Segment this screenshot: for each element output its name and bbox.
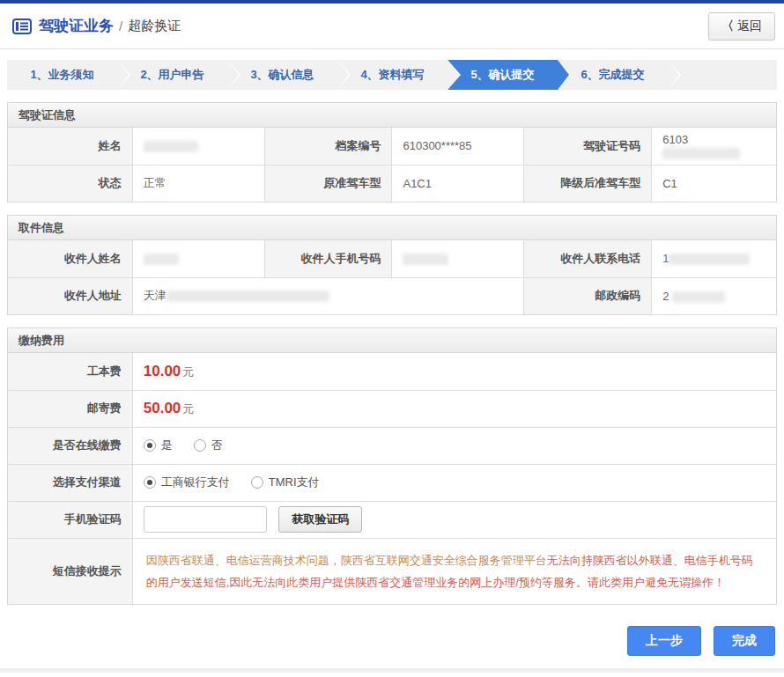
step-wizard: 1、业务须知 2、用户申告 3、确认信息 4、资料填写 5、确认提交 6、完成提…	[7, 60, 777, 90]
name-label: 姓名	[8, 128, 132, 165]
work-fee-label: 工本费	[8, 353, 132, 390]
previous-step-button[interactable]: 上一步	[627, 626, 701, 656]
file-number-value: 610300****85	[392, 128, 524, 165]
license-section-title: 驾驶证信息	[8, 103, 776, 128]
notice-text-orange: 因陕西省联通、电信运营商技术问题，陕西省互联网交通安全综合服务管理平台	[146, 554, 547, 567]
recipient-name-label: 收件人姓名	[8, 240, 132, 277]
step-6-complete-submit: 6、完成提交	[558, 60, 668, 90]
payment-section: 缴纳费用 工本费 10.00元 邮寄费 50.00元 是否在线缴费 是 否 选择…	[7, 327, 777, 605]
redacted-value	[144, 254, 179, 265]
sms-code-label: 手机验证码	[8, 501, 132, 538]
channel-icbc-label[interactable]: 工商银行支付	[161, 475, 230, 490]
recipient-mobile-value	[392, 240, 524, 277]
redacted-value	[669, 254, 750, 265]
pickup-section-title: 取件信息	[8, 216, 776, 240]
table-row: 收件人地址 天津 邮政编码 2	[8, 277, 776, 314]
online-pay-label: 是否在线缴费	[8, 427, 132, 464]
redacted-value	[662, 148, 740, 159]
back-button[interactable]: 〈返回	[708, 12, 775, 40]
redacted-value	[144, 141, 198, 152]
original-class-value: A1C1	[392, 165, 524, 202]
breadcrumb-current: 超龄换证	[128, 18, 181, 34]
recipient-address-label: 收件人地址	[8, 277, 132, 314]
postal-code-label: 邮政编码	[524, 277, 652, 314]
step-1-business-notice: 1、业务须知	[7, 60, 117, 90]
step-3-confirm-info: 3、确认信息	[227, 60, 337, 90]
channel-tmri-label[interactable]: TMRI支付	[269, 475, 320, 490]
table-row: 选择支付渠道 工商银行支付 TMRI支付	[8, 464, 776, 501]
redacted-value	[403, 254, 448, 265]
downgraded-class-label: 降级后准驾车型	[524, 165, 652, 202]
license-number-label: 驾驶证号码	[524, 128, 652, 165]
status-label: 状态	[8, 165, 132, 202]
footer-actions: 上一步 完成	[0, 626, 775, 656]
chevron-left-icon: 〈	[721, 18, 734, 33]
recipient-address-value: 天津	[132, 277, 524, 314]
postal-code-value: 2	[652, 277, 776, 314]
online-pay-no-label[interactable]: 否	[211, 438, 223, 453]
finish-button[interactable]: 完成	[714, 626, 775, 656]
page-title: 驾驶证业务	[39, 16, 114, 36]
online-pay-yes-radio[interactable]	[144, 439, 156, 452]
name-value	[132, 128, 264, 165]
recipient-mobile-label: 收件人手机号码	[264, 240, 392, 277]
table-row: 是否在线缴费 是 否	[8, 427, 776, 464]
recipient-phone-value: 1	[652, 240, 776, 277]
list-icon	[12, 18, 32, 34]
table-row: 短信接收提示 因陕西省联通、电信运营商技术问题，陕西省互联网交通安全综合服务管理…	[8, 538, 776, 604]
page-header: 驾驶证业务 / 超龄换证 〈返回	[0, 4, 784, 49]
sms-notice-text: 因陕西省联通、电信运营商技术问题，陕西省互联网交通安全综合服务管理平台无法向持陕…	[132, 538, 776, 604]
table-row: 收件人姓名 收件人手机号码 收件人联系电话 1	[8, 240, 776, 277]
recipient-name-value	[132, 240, 264, 277]
table-row: 姓名 档案编号 610300****85 驾驶证号码 6103	[8, 128, 776, 165]
redacted-value	[672, 291, 725, 303]
bottom-strip	[0, 668, 784, 673]
get-code-button[interactable]: 获取验证码	[278, 506, 362, 533]
back-button-label: 返回	[737, 18, 762, 33]
online-pay-yes-label[interactable]: 是	[161, 438, 173, 453]
sms-code-input[interactable]	[144, 506, 267, 533]
work-fee-value: 10.00元	[132, 353, 776, 390]
breadcrumb-separator: /	[119, 18, 122, 33]
file-number-label: 档案编号	[264, 128, 392, 165]
table-row: 工本费 10.00元	[8, 353, 776, 390]
mail-fee-label: 邮寄费	[8, 390, 132, 427]
wizard-filler	[668, 60, 777, 90]
table-row: 手机验证码 获取验证码	[8, 501, 776, 538]
sms-notice-label: 短信接收提示	[8, 538, 132, 604]
table-row: 状态 正常 原准驾车型 A1C1 降级后准驾车型 C1	[8, 165, 776, 202]
step-4-fill-data: 4、资料填写	[337, 60, 447, 90]
payment-section-title: 缴纳费用	[8, 328, 776, 353]
table-row: 邮寄费 50.00元	[8, 390, 776, 427]
online-pay-no-radio[interactable]	[194, 439, 206, 452]
pickup-info-section: 取件信息 收件人姓名 收件人手机号码 收件人联系电话 1 收件人地址 天津 邮政…	[7, 215, 777, 315]
step-2-user-declaration: 2、用户申告	[117, 60, 227, 90]
license-info-section: 驾驶证信息 姓名 档案编号 610300****85 驾驶证号码 6103 状态…	[7, 102, 777, 202]
channel-icbc-radio[interactable]	[144, 476, 156, 489]
redacted-value	[166, 291, 329, 302]
channel-tmri-radio[interactable]	[251, 476, 263, 489]
payment-channel-label: 选择支付渠道	[8, 464, 132, 501]
license-number-value: 6103	[652, 128, 776, 165]
downgraded-class-value: C1	[652, 165, 776, 202]
status-value: 正常	[132, 165, 264, 202]
original-class-label: 原准驾车型	[264, 165, 392, 202]
mail-fee-value: 50.00元	[132, 390, 776, 427]
recipient-phone-label: 收件人联系电话	[524, 240, 652, 277]
step-5-confirm-submit: 5、确认提交	[447, 60, 558, 90]
